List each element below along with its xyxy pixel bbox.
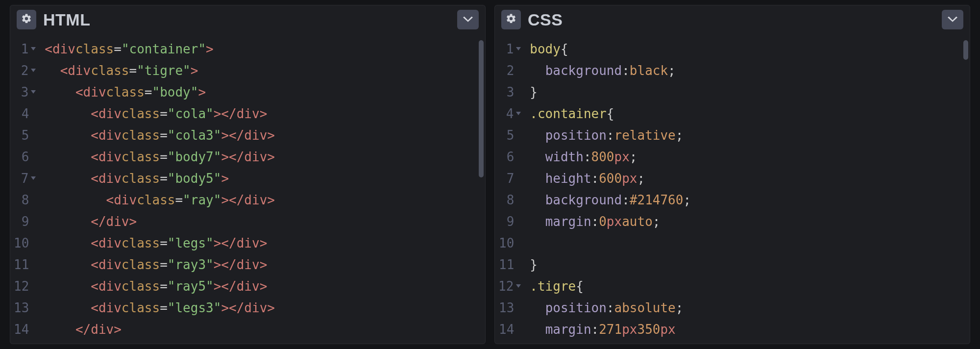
code-line[interactable]: margin:0px auto; xyxy=(530,211,970,232)
fold-icon[interactable] xyxy=(31,69,36,72)
css-expand-button[interactable] xyxy=(942,10,963,29)
css-settings-button[interactable] xyxy=(501,10,521,29)
code-line[interactable]: position:relative; xyxy=(530,125,970,146)
css-pane-title: CSS xyxy=(528,10,563,29)
html-gutter: 1234567891011121314 xyxy=(10,34,42,344)
code-line[interactable]: <div class="container"> xyxy=(45,38,486,60)
panes-container: HTML 1234567891011121314 <div class="con… xyxy=(10,5,970,344)
header-left: CSS xyxy=(501,10,563,29)
code-line[interactable]: <div class="body"> xyxy=(45,81,486,103)
code-line[interactable]: background:black; xyxy=(530,60,970,81)
css-gutter: 1234567891011121314 xyxy=(494,34,527,344)
code-line[interactable] xyxy=(530,232,970,254)
css-code[interactable]: body{ background:black;}.container{ posi… xyxy=(527,34,970,344)
code-line[interactable]: </div> xyxy=(45,211,486,232)
gear-icon xyxy=(21,13,32,26)
html-expand-button[interactable] xyxy=(457,10,479,29)
code-line[interactable]: <div class="legs3"></div> xyxy=(45,297,486,319)
html-pane: HTML 1234567891011121314 <div class="con… xyxy=(10,5,486,344)
code-line[interactable]: <div class="legs"></div> xyxy=(45,232,486,254)
code-line[interactable]: .tigre{ xyxy=(530,275,970,297)
fold-icon[interactable] xyxy=(516,47,521,50)
code-line[interactable]: height:600px; xyxy=(530,168,970,189)
code-line[interactable]: <div class="ray5"></div> xyxy=(45,275,486,297)
code-line[interactable]: <div class="ray3"></div> xyxy=(45,254,486,275)
css-editor[interactable]: 1234567891011121314 body{ background:bla… xyxy=(494,34,970,344)
code-line[interactable]: <div class="body5"> xyxy=(45,168,486,189)
code-line[interactable]: width:800px; xyxy=(530,146,970,168)
css-pane-header: CSS xyxy=(494,5,970,34)
chevron-down-icon xyxy=(463,15,473,25)
code-line[interactable]: body{ xyxy=(530,38,970,60)
code-line[interactable]: <div class="cola3"></div> xyxy=(45,125,486,146)
fold-icon[interactable] xyxy=(31,176,36,180)
code-line[interactable]: } xyxy=(530,81,970,103)
code-line[interactable]: .container{ xyxy=(530,103,970,125)
fold-icon[interactable] xyxy=(516,284,521,288)
css-pane: CSS 1234567891011121314 body{ background… xyxy=(494,5,970,344)
app-root: HTML 1234567891011121314 <div class="con… xyxy=(0,0,980,349)
code-line[interactable]: background:#214760; xyxy=(530,189,970,211)
scrollbar-thumb[interactable] xyxy=(479,40,484,177)
html-code[interactable]: <div class="container"> <div class="tigr… xyxy=(42,34,486,344)
code-line[interactable]: position:absolute; xyxy=(530,297,970,319)
code-line[interactable]: margin:271px 350px xyxy=(530,319,970,340)
code-line[interactable]: <div class="tigre"> xyxy=(45,60,486,81)
fold-icon[interactable] xyxy=(31,47,36,50)
header-left: HTML xyxy=(17,10,90,29)
html-settings-button[interactable] xyxy=(17,10,36,29)
html-pane-title: HTML xyxy=(43,10,90,29)
html-editor[interactable]: 1234567891011121314 <div class="containe… xyxy=(10,34,486,344)
fold-icon[interactable] xyxy=(31,90,36,94)
code-line[interactable]: </div> xyxy=(45,319,486,340)
html-pane-header: HTML xyxy=(10,5,486,34)
fold-icon[interactable] xyxy=(516,112,521,115)
code-line[interactable]: } xyxy=(530,254,970,275)
code-line[interactable]: <div class="body7"></div> xyxy=(45,146,486,168)
gear-icon xyxy=(506,13,516,26)
code-line[interactable]: <div class="cola"></div> xyxy=(45,103,486,125)
code-line[interactable]: <div class="ray"></div> xyxy=(45,189,486,211)
chevron-down-icon xyxy=(948,15,957,25)
scrollbar-thumb[interactable] xyxy=(963,40,968,60)
